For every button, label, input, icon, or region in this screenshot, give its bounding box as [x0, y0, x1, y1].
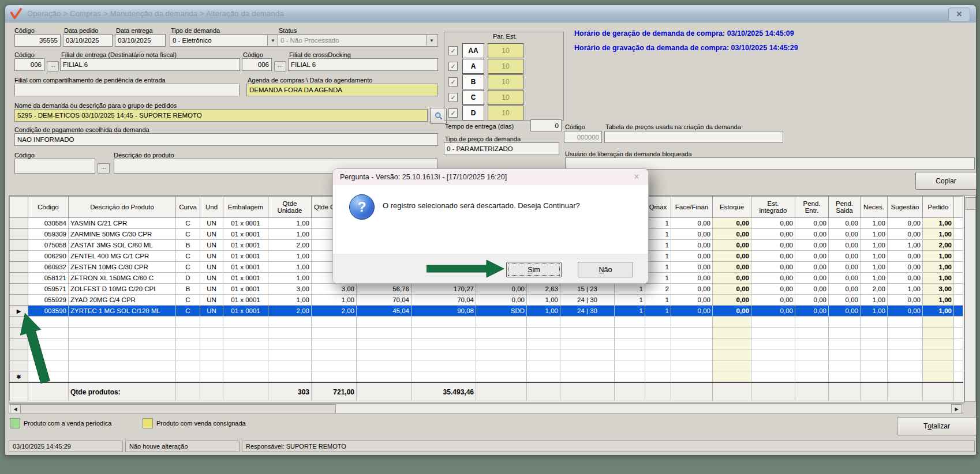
grid-cell[interactable]	[412, 371, 476, 383]
grid-cell[interactable]: 0,00	[795, 218, 829, 229]
grid-cell[interactable]: 0,00	[795, 295, 829, 306]
grid-cell[interactable]	[713, 317, 751, 328]
grid-cell[interactable]	[357, 338, 412, 349]
grid-cell[interactable]: 0,00	[671, 262, 713, 273]
grid-cell[interactable]	[861, 349, 888, 360]
grid-cell[interactable]	[923, 338, 954, 349]
nome-demanda-field[interactable]: 5295 - DEM-ETICOS 03/10/2025 14:45 - SUP…	[14, 109, 428, 122]
grid-cell[interactable]: 1	[645, 273, 671, 284]
grid-header-cell[interactable]: Und	[200, 197, 223, 218]
horizontal-scrollbar[interactable]: ◀ ▶	[9, 403, 963, 413]
data-entrega-field[interactable]: 03/10/2025	[115, 34, 166, 47]
grid-cell[interactable]	[888, 382, 923, 401]
grid-cell[interactable]: 0,00	[888, 273, 923, 284]
data-pedido-field[interactable]: 03/10/2025	[63, 34, 113, 47]
grid-cell[interactable]	[671, 338, 713, 349]
filial-lookup-button[interactable]: ...	[47, 61, 59, 72]
agenda-field[interactable]: DEMANDA FORA DA AGENDA	[246, 84, 438, 96]
grid-cell[interactable]: 1,00	[923, 262, 954, 273]
grid-cell[interactable]: C	[176, 262, 200, 273]
status-combo[interactable]: 0 - Não Processado ▼	[278, 34, 438, 47]
grid-cell[interactable]	[751, 360, 795, 371]
grid-cell[interactable]	[645, 382, 671, 401]
grid-cell[interactable]: UN	[200, 284, 223, 295]
grid-cell[interactable]	[795, 371, 829, 383]
grid-cell[interactable]: 2,00	[923, 240, 954, 251]
grid-cell[interactable]: 1	[645, 262, 671, 273]
grid-cell[interactable]: UN	[200, 251, 223, 262]
grid-cell[interactable]: 1,00	[861, 295, 888, 306]
grid-cell[interactable]: 303	[268, 382, 312, 401]
grid-cell[interactable]: 1,00	[861, 262, 888, 273]
grid-cell[interactable]: 0,00	[888, 306, 923, 317]
grid-cell[interactable]: 1,00	[888, 284, 923, 295]
grid-cell[interactable]	[527, 382, 560, 401]
grid-cell[interactable]	[671, 349, 713, 360]
grid-cell[interactable]	[888, 338, 923, 349]
grid-cell[interactable]	[615, 371, 645, 383]
grid-cell[interactable]	[829, 349, 861, 360]
grid-cell[interactable]	[954, 338, 963, 349]
grid-cell[interactable]	[312, 360, 357, 371]
grid-cell[interactable]	[954, 328, 963, 338]
checkbox-checked-icon[interactable]: ✓	[448, 46, 458, 55]
grid-cell[interactable]	[357, 371, 412, 383]
grid-cell[interactable]: C	[176, 251, 200, 262]
grid-cell[interactable]	[861, 382, 888, 401]
grid-header-cell[interactable]: Embalagem	[223, 197, 268, 218]
grid-cell[interactable]: 0,00	[829, 273, 861, 284]
grid-cell[interactable]: 0,00	[795, 229, 829, 240]
grid-cell[interactable]	[713, 371, 751, 383]
grid-cell[interactable]: 0,00	[888, 262, 923, 273]
grid-cell[interactable]: 721,00	[312, 382, 357, 401]
checkbox-checked-icon[interactable]: ✓	[448, 77, 458, 86]
grid-cell[interactable]: 35.493,46	[412, 382, 476, 401]
grid-cell[interactable]	[476, 371, 527, 383]
grid-cell[interactable]: 0,00	[713, 273, 751, 284]
grid-cell[interactable]: 3,00	[923, 284, 954, 295]
grid-cell[interactable]: 0,00	[795, 273, 829, 284]
grid-cell[interactable]	[223, 360, 268, 371]
grid-cell[interactable]: 01 x 0001	[223, 295, 268, 306]
grid-cell[interactable]	[888, 360, 923, 371]
curve-value-field[interactable]: 10	[488, 106, 523, 121]
tipo-demanda-combo[interactable]: 0 - Eletrônico ▼	[170, 34, 279, 47]
grid-cell[interactable]	[223, 349, 268, 360]
grid-cell[interactable]	[476, 338, 527, 349]
grid-cell[interactable]	[923, 349, 954, 360]
grid-cell[interactable]: B	[176, 240, 200, 251]
grid-cell[interactable]: 1,00	[527, 295, 560, 306]
grid-cell[interactable]: 1,00	[861, 251, 888, 262]
grid-header-cell[interactable]: Sugestão	[888, 197, 923, 218]
grid-cell[interactable]: 56,76	[357, 284, 412, 295]
grid-cell[interactable]: 0,00	[671, 306, 713, 317]
grid-cell[interactable]	[615, 317, 645, 328]
grid-cell[interactable]: C	[176, 218, 200, 229]
grid-cell[interactable]: 0,00	[671, 229, 713, 240]
grid-header-cell[interactable]: Face/Finan	[671, 197, 713, 218]
grid-cell[interactable]: SDD	[476, 306, 527, 317]
grid-cell[interactable]	[357, 328, 412, 338]
grid-cell[interactable]: 24 | 30	[560, 295, 615, 306]
grid-cell[interactable]: 0,00	[713, 284, 751, 295]
grid-cell[interactable]	[476, 382, 527, 401]
grid-cell[interactable]	[223, 338, 268, 349]
grid-cell[interactable]	[560, 349, 615, 360]
grid-cell[interactable]: 059571	[28, 284, 69, 295]
grid-cell[interactable]: 058121	[28, 273, 69, 284]
cond-pagamento-field[interactable]: NAO INFORMADO	[14, 133, 438, 146]
grid-cell[interactable]	[412, 338, 476, 349]
grid-cell[interactable]: 0,00	[829, 229, 861, 240]
grid-cell[interactable]: 01 x 0001	[223, 240, 268, 251]
grid-cell[interactable]	[200, 317, 223, 328]
grid-cell[interactable]	[671, 371, 713, 383]
grid-cell[interactable]: 1	[615, 306, 645, 317]
grid-cell[interactable]	[357, 382, 412, 401]
grid-cell[interactable]: ZOLFEST D 10MG C/20 CPI	[69, 284, 176, 295]
filial-compart-field[interactable]	[14, 84, 240, 96]
grid-cell[interactable]	[795, 360, 829, 371]
grid-cell[interactable]: 0,00	[829, 240, 861, 251]
grid-cell[interactable]: UN	[200, 229, 223, 240]
grid-cell[interactable]	[645, 317, 671, 328]
tipo-preco-field[interactable]: 0 - PARAMETRIZADO	[444, 142, 559, 155]
